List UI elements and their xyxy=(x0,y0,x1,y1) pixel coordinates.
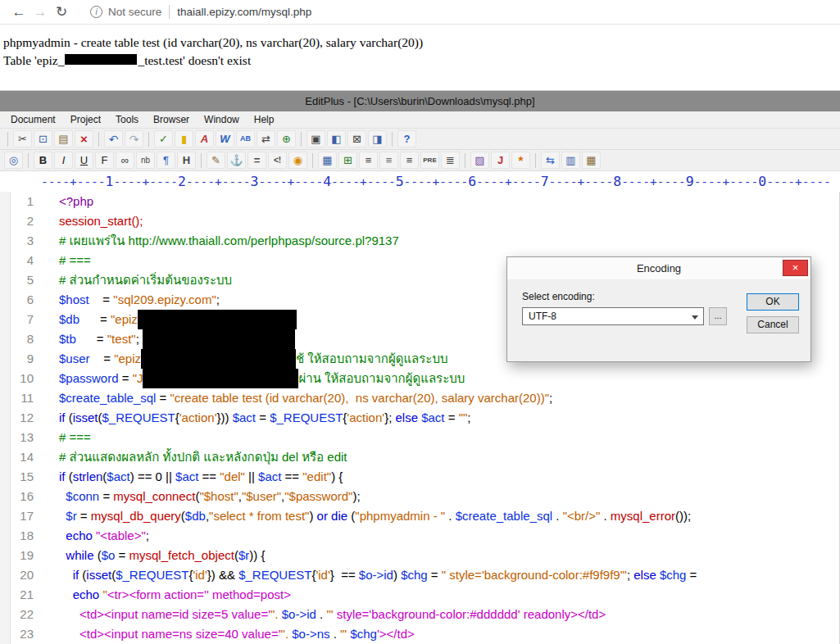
code-line[interactable]: 1<?php xyxy=(0,192,839,211)
pencil-icon[interactable]: ✎ xyxy=(207,152,225,169)
italic-icon[interactable]: I xyxy=(54,152,73,169)
code-line[interactable]: 11$create_table_sql = "create table test… xyxy=(0,388,839,408)
selection-margin[interactable] xyxy=(0,192,11,644)
window-maximize-icon[interactable]: ▣ xyxy=(306,130,325,147)
pre-icon[interactable]: PRE xyxy=(420,152,439,169)
menu-tools[interactable]: Tools xyxy=(108,111,146,129)
reload-button[interactable]: ↻ xyxy=(51,1,72,24)
align-right-icon[interactable]: ≡ xyxy=(400,152,419,169)
line-number[interactable]: 5 xyxy=(11,270,34,290)
line-number[interactable]: 3 xyxy=(11,231,34,251)
dialog-close-button[interactable]: × xyxy=(783,260,808,276)
applet-icon[interactable]: J xyxy=(491,152,510,169)
line-number[interactable]: 20 xyxy=(11,565,34,585)
window-split-horizontal-icon[interactable]: ◧ xyxy=(327,130,346,147)
line-number[interactable]: 7 xyxy=(11,310,34,329)
line-number[interactable]: 23 xyxy=(11,624,34,644)
table-icon[interactable]: ▦ xyxy=(318,152,337,169)
align-left-icon[interactable]: ≡ xyxy=(359,152,378,169)
symbol-icon[interactable]: ◉ xyxy=(288,152,307,169)
forward-button[interactable]: → xyxy=(30,1,51,24)
code-line[interactable]: 13# === xyxy=(0,428,839,447)
code-line[interactable]: 19 while ($o = mysql_fetch_object($r)) { xyxy=(0,546,839,565)
code-line[interactable]: 22 <td><input name=id size=5 value='". $… xyxy=(0,605,839,624)
line-number[interactable]: 18 xyxy=(11,526,34,546)
image-icon[interactable]: ▨ xyxy=(470,152,489,169)
code-line[interactable]: 10$password = "Jผ่าน ให้สอบถามจากผู้ดูแล… xyxy=(0,369,839,388)
line-number[interactable]: 8 xyxy=(11,329,34,349)
line-number[interactable]: 11 xyxy=(11,388,34,408)
line-number[interactable]: 21 xyxy=(11,585,34,605)
menu-help[interactable]: Help xyxy=(247,111,282,129)
comment-icon[interactable]: <! xyxy=(268,152,287,169)
line-number[interactable]: 14 xyxy=(11,447,34,467)
word-wrap-icon[interactable]: W xyxy=(216,130,234,147)
back-button[interactable]: ← xyxy=(8,1,30,24)
spell-check-icon[interactable]: ✓ xyxy=(154,130,173,147)
line-number[interactable]: 10 xyxy=(11,369,34,388)
code-line[interactable]: 14# ส่วนแสดงผลหลัก ทั้งปกติ และหลังกดปุ่… xyxy=(0,447,839,467)
frame-icon[interactable]: ▥ xyxy=(561,152,580,169)
underline-icon[interactable]: U xyxy=(75,152,93,169)
font-color-icon[interactable]: A xyxy=(195,130,214,147)
code-line[interactable]: 20 if (isset($_REQUEST{'id'}) && $_REQUE… xyxy=(0,565,839,585)
line-number[interactable]: 16 xyxy=(11,487,34,506)
paragraph-icon[interactable]: ¶ xyxy=(157,152,175,169)
code-line[interactable]: 16 $conn = mysql_connect("$host","$user"… xyxy=(0,487,839,506)
delete-icon[interactable]: × xyxy=(75,130,93,147)
window-split-vertical-icon[interactable]: ◨ xyxy=(368,130,387,147)
anchor-icon[interactable]: ⚓ xyxy=(227,152,246,169)
ok-button[interactable]: OK xyxy=(747,293,799,311)
line-number[interactable]: 1 xyxy=(11,192,34,211)
line-number[interactable]: 13 xyxy=(11,428,34,447)
menu-project[interactable]: Project xyxy=(63,111,108,129)
line-number[interactable]: 2 xyxy=(11,211,34,231)
object-icon[interactable]: * xyxy=(511,152,530,169)
code-line[interactable]: 23 <td><input name=ns size=40 value='". … xyxy=(0,624,839,644)
paste-icon[interactable]: ▤ xyxy=(54,130,73,147)
menu-browser[interactable]: Browser xyxy=(146,111,197,129)
list-icon[interactable]: ≣ xyxy=(441,152,460,169)
code-line[interactable]: 12if (isset($_REQUEST{'action'})) $act =… xyxy=(0,408,839,428)
cancel-button[interactable]: Cancel xyxy=(747,316,799,333)
horizontal-rule-icon[interactable]: = xyxy=(247,152,266,169)
browse-button[interactable]: ... xyxy=(709,307,727,325)
line-number[interactable]: 22 xyxy=(11,605,34,624)
frameset-icon[interactable]: ▦ xyxy=(582,152,601,169)
info-icon[interactable]: i xyxy=(90,6,102,18)
line-number[interactable]: 17 xyxy=(11,506,34,526)
undo-icon[interactable]: ↶ xyxy=(104,130,123,147)
align-center-icon[interactable]: ≡ xyxy=(379,152,398,169)
line-number[interactable]: 4 xyxy=(11,251,34,270)
line-number[interactable]: 19 xyxy=(11,546,34,565)
line-number[interactable]: 9 xyxy=(11,349,34,369)
font-icon[interactable]: F xyxy=(95,152,114,169)
context-help-icon[interactable]: ? xyxy=(397,130,416,147)
browser-preview-icon[interactable]: ◎ xyxy=(4,152,23,169)
code-line[interactable]: 17 $r = mysql_db_query($db,"select * fro… xyxy=(0,506,839,526)
cut-icon[interactable]: ✂ xyxy=(13,130,32,147)
code-line[interactable]: 2session_start(); xyxy=(0,211,839,231)
globe-icon[interactable]: ⊕ xyxy=(277,130,296,147)
bold-icon[interactable]: B xyxy=(34,152,52,169)
url-text[interactable]: thaiall.epizy.com/mysql.php xyxy=(177,6,311,18)
menu-document[interactable]: Document xyxy=(3,111,63,129)
code-line[interactable]: 15if (strlen($act) == 0 || $act == "del"… xyxy=(0,467,839,487)
copy-icon[interactable]: ⊡ xyxy=(34,130,52,147)
line-number[interactable]: 12 xyxy=(11,408,34,428)
view-glasses-icon[interactable]: ∞ xyxy=(116,152,134,169)
convert-encoding-icon[interactable]: ⇄ xyxy=(257,130,275,147)
menu-window[interactable]: Window xyxy=(197,111,247,129)
insert-table-icon[interactable]: ⊞ xyxy=(338,152,357,169)
code-line[interactable]: 3# เผยแพร่ใน http://www.thaiall.com/perl… xyxy=(0,231,839,251)
heading-icon[interactable]: H xyxy=(177,152,196,169)
line-number[interactable]: 6 xyxy=(11,290,34,310)
code-line[interactable]: 21 echo "<tr><form action='' method=post… xyxy=(0,585,839,605)
highlight-icon[interactable]: ▮ xyxy=(175,130,193,147)
letter-case-icon[interactable]: AB xyxy=(236,130,255,147)
nbsp-icon[interactable]: nb xyxy=(136,152,155,169)
code-line[interactable]: 18 echo "<table>"; xyxy=(0,526,839,546)
window-close-icon[interactable]: ⊠ xyxy=(347,130,366,147)
publish-icon[interactable]: ⇆ xyxy=(541,152,560,169)
line-number[interactable]: 15 xyxy=(11,467,34,487)
